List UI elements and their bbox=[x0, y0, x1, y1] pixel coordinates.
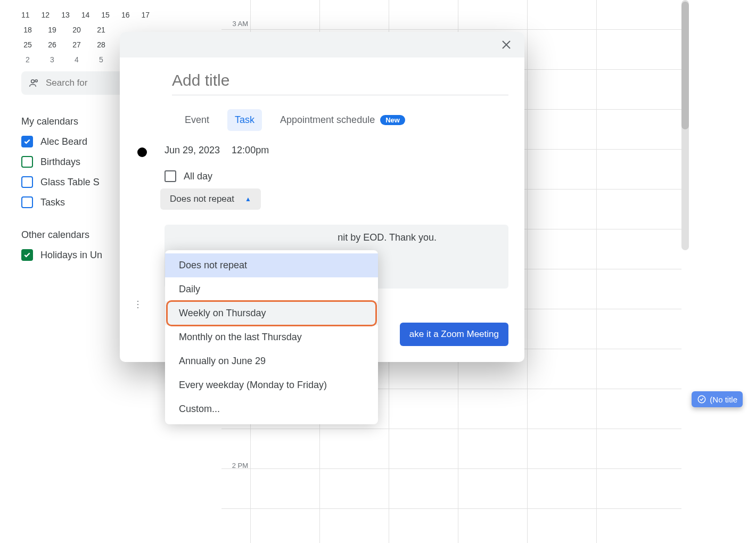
title-input[interactable] bbox=[172, 69, 508, 95]
mini-date[interactable]: 21 bbox=[95, 26, 108, 34]
calendar-name: Birthdays bbox=[40, 157, 80, 168]
mini-date[interactable]: 28 bbox=[95, 40, 108, 49]
close-icon bbox=[500, 38, 513, 51]
clock-icon bbox=[136, 146, 149, 159]
close-button[interactable] bbox=[497, 35, 516, 54]
recurrence-option[interactable]: Every weekday (Monday to Friday) bbox=[165, 373, 378, 397]
calendar-name: Holidays in Un bbox=[40, 250, 102, 261]
mini-date[interactable]: 25 bbox=[21, 40, 34, 49]
recurrence-dropdown[interactable]: Does not repeat ▲ bbox=[160, 188, 261, 210]
mini-date[interactable]: 13 bbox=[61, 11, 70, 19]
svg-point-1 bbox=[35, 80, 37, 82]
calendar-checkbox[interactable] bbox=[21, 249, 33, 261]
svg-point-4 bbox=[137, 301, 138, 302]
tab-appointment-schedule[interactable]: Appointment schedule New bbox=[273, 109, 413, 131]
mini-date[interactable]: 14 bbox=[81, 11, 90, 19]
date-field[interactable]: Jun 29, 2023 bbox=[165, 145, 220, 156]
recurrence-option[interactable]: Weekly on Thursday bbox=[165, 301, 378, 325]
mini-date[interactable]: 5 bbox=[95, 55, 108, 64]
recurrence-option[interactable]: Custom... bbox=[165, 397, 378, 421]
svg-point-0 bbox=[31, 80, 35, 83]
mini-date[interactable]: 4 bbox=[70, 55, 83, 64]
tab-task[interactable]: Task bbox=[227, 109, 262, 131]
all-day-label: All day bbox=[184, 171, 212, 182]
recurrence-option[interactable]: Annually on June 29 bbox=[165, 349, 378, 373]
type-tabs: Event Task Appointment schedule New bbox=[177, 109, 508, 131]
calendar-checkbox[interactable] bbox=[21, 176, 33, 188]
caret-up-icon: ▲ bbox=[245, 195, 251, 203]
event-chip-label: (No title bbox=[710, 395, 737, 404]
time-field[interactable]: 12:00pm bbox=[232, 145, 269, 156]
all-day-checkbox[interactable] bbox=[165, 170, 176, 182]
recurrence-menu: Does not repeatDailyWeekly on ThursdayMo… bbox=[165, 250, 378, 424]
check-icon bbox=[23, 138, 31, 145]
people-icon bbox=[29, 77, 39, 89]
new-badge: New bbox=[380, 115, 405, 125]
mini-date[interactable]: 15 bbox=[101, 11, 110, 19]
task-check-icon bbox=[697, 394, 706, 404]
list-icon bbox=[136, 298, 149, 311]
svg-point-5 bbox=[137, 304, 138, 305]
calendar-name: Glass Table S bbox=[40, 177, 100, 188]
mini-date[interactable]: 2 bbox=[21, 55, 34, 64]
check-icon bbox=[23, 251, 31, 259]
search-input[interactable] bbox=[46, 78, 131, 88]
mini-date[interactable]: 12 bbox=[42, 11, 50, 19]
svg-point-6 bbox=[137, 307, 138, 308]
recurrence-option[interactable]: Daily bbox=[165, 277, 378, 301]
zoom-meeting-button[interactable]: ake it a Zoom Meeting bbox=[400, 323, 508, 346]
tab-appt-label: Appointment schedule bbox=[280, 114, 375, 126]
mini-date[interactable]: 27 bbox=[70, 40, 83, 49]
calendar-checkbox[interactable] bbox=[21, 196, 33, 208]
mini-date[interactable]: 20 bbox=[70, 26, 83, 34]
recurrence-option[interactable]: Monthly on the last Thursday bbox=[165, 325, 378, 349]
scrollbar-thumb[interactable] bbox=[681, 2, 689, 129]
mini-date[interactable]: 3 bbox=[46, 55, 59, 64]
description-text: nit by EOD. Thank you. bbox=[338, 232, 437, 243]
event-chip[interactable]: (No title bbox=[692, 391, 743, 407]
mini-date[interactable]: 19 bbox=[46, 26, 59, 34]
mini-date[interactable]: 17 bbox=[141, 11, 150, 19]
mini-date[interactable]: 26 bbox=[46, 40, 59, 49]
calendar-checkbox[interactable] bbox=[21, 136, 33, 147]
recurrence-label: Does not repeat bbox=[170, 194, 234, 204]
description-icon bbox=[136, 226, 149, 238]
calendar-checkbox[interactable] bbox=[21, 156, 33, 168]
mini-date[interactable]: 16 bbox=[121, 11, 130, 19]
mini-date[interactable]: 18 bbox=[21, 26, 34, 34]
calendar-name: Alec Beard bbox=[40, 136, 87, 147]
svg-point-2 bbox=[699, 396, 706, 403]
recurrence-option[interactable]: Does not repeat bbox=[165, 253, 378, 277]
dialog-topbar bbox=[120, 32, 524, 57]
tab-event[interactable]: Event bbox=[177, 109, 217, 131]
time-label: 3 AM bbox=[221, 20, 248, 28]
mini-date[interactable]: 11 bbox=[21, 11, 30, 19]
calendar-name: Tasks bbox=[40, 197, 65, 208]
